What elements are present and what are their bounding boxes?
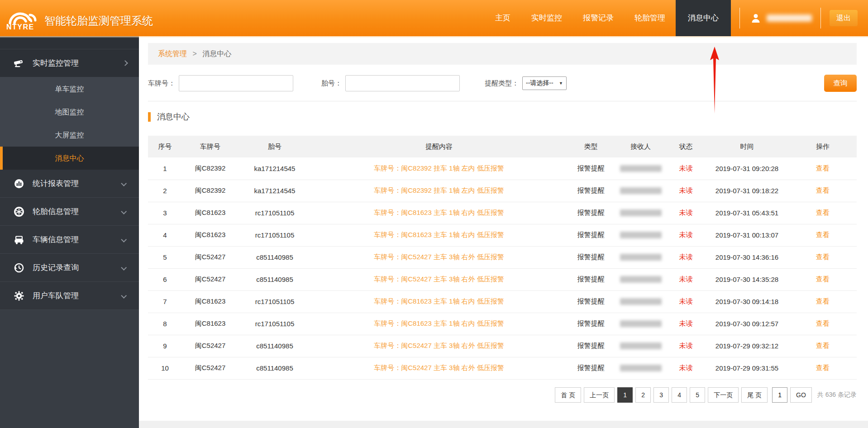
sidebar-group[interactable]: 用户车队管理 xyxy=(0,282,139,310)
bar-chart-icon xyxy=(14,178,24,189)
next-page-button[interactable]: 下一页 xyxy=(708,387,739,403)
cell-message-content: 车牌号：闽C52427 主车 3轴 右外 低压报警 xyxy=(311,268,567,290)
sidebar-group[interactable]: 实时监控管理 xyxy=(0,49,139,77)
cell-plate: 闽C81623 xyxy=(182,224,238,246)
cell-receiver xyxy=(615,246,667,268)
page-button[interactable]: 4 xyxy=(672,387,687,403)
user-icon xyxy=(750,13,761,24)
cell-status: 未读 xyxy=(667,357,705,379)
cell-plate: 闽C52427 xyxy=(182,335,238,357)
cell-time: 2019-07-29 09:31:55 xyxy=(705,357,789,379)
top-nav-item[interactable]: 报警记录 xyxy=(572,0,624,36)
view-link[interactable]: 查看 xyxy=(789,268,857,290)
cell-plate: 闽C81623 xyxy=(182,313,238,335)
page-button[interactable]: 5 xyxy=(690,387,705,403)
pagination: 首 页上一页12345下一页尾 页GO共 636 条记录 xyxy=(148,387,857,403)
cell-type: 报警提醒 xyxy=(567,290,615,313)
receiver-redacted xyxy=(620,187,662,194)
dropdown-arrow-icon: ▼ xyxy=(559,81,563,86)
app-header: NTYRE 智能轮胎监测管理系统 主页实时监控报警记录轮胎管理消息中心 退出 xyxy=(0,0,868,36)
view-link[interactable]: 查看 xyxy=(789,335,857,357)
sidebar-group[interactable]: 历史记录查询 xyxy=(0,254,139,282)
top-nav-item[interactable]: 轮胎管理 xyxy=(624,0,676,36)
cell-index: 10 xyxy=(148,357,182,379)
sidebar-item[interactable]: 单车监控 xyxy=(0,77,139,100)
chevron-right-icon xyxy=(122,60,128,66)
cell-status: 未读 xyxy=(667,335,705,357)
section-title-bar xyxy=(148,112,151,122)
cell-time: 2019-07-31 05:43:51 xyxy=(705,202,789,224)
cell-type: 报警提醒 xyxy=(567,357,615,379)
first-page-button[interactable]: 首 页 xyxy=(555,387,581,403)
view-link[interactable]: 查看 xyxy=(789,157,857,180)
cell-type: 报警提醒 xyxy=(567,246,615,268)
last-page-button[interactable]: 尾 页 xyxy=(741,387,768,403)
sidebar-group[interactable]: 轮胎信息管理 xyxy=(0,198,139,226)
goto-page-input[interactable] xyxy=(772,387,787,403)
page-button[interactable]: 3 xyxy=(653,387,669,403)
cell-tire: rc171051105 xyxy=(238,313,311,335)
page-button[interactable]: 2 xyxy=(635,387,651,403)
view-link[interactable]: 查看 xyxy=(789,180,857,202)
username-redacted xyxy=(767,14,812,22)
cell-status: 未读 xyxy=(667,290,705,313)
view-link[interactable]: 查看 xyxy=(789,313,857,335)
tire-input[interactable] xyxy=(345,75,460,91)
sidebar-top-strip xyxy=(0,36,139,49)
cell-message-content: 车牌号：闽C81623 主车 1轴 右内 低压报警 xyxy=(311,224,567,246)
cell-receiver xyxy=(615,290,667,313)
sidebar-item[interactable]: 消息中心 xyxy=(0,147,139,170)
cell-plate: 闽C82392 xyxy=(182,180,238,202)
cell-time: 2019-07-30 09:12:57 xyxy=(705,313,789,335)
view-link[interactable]: 查看 xyxy=(789,357,857,379)
page-button[interactable]: 1 xyxy=(617,387,633,403)
cell-time: 2019-07-30 09:14:18 xyxy=(705,290,789,313)
logout-button[interactable]: 退出 xyxy=(830,10,858,26)
prev-page-button[interactable]: 上一页 xyxy=(584,387,615,403)
search-button[interactable]: 查询 xyxy=(824,75,857,92)
cell-tire: c851140985 xyxy=(238,335,311,357)
cell-receiver xyxy=(615,202,667,224)
cell-time: 2019-07-30 14:35:28 xyxy=(705,268,789,290)
go-button[interactable]: GO xyxy=(790,387,812,403)
sidebar-group-label: 用户车队管理 xyxy=(33,290,123,301)
cell-type: 报警提醒 xyxy=(567,202,615,224)
messages-table: 序号车牌号胎号提醒内容类型接收人状态时间操作 1闽C82392ka1712145… xyxy=(148,136,857,380)
top-nav-item[interactable]: 主页 xyxy=(485,0,521,36)
cell-message-content: 车牌号：闽C81623 主车 1轴 右内 低压报警 xyxy=(311,313,567,335)
cell-tire: rc171051105 xyxy=(238,202,311,224)
column-header: 状态 xyxy=(667,136,705,157)
view-link[interactable]: 查看 xyxy=(789,290,857,313)
cell-index: 1 xyxy=(148,157,182,180)
view-link[interactable]: 查看 xyxy=(789,224,857,246)
cell-plate: 闽C52427 xyxy=(182,357,238,379)
cell-index: 5 xyxy=(148,246,182,268)
sidebar-group[interactable]: 车辆信息管理 xyxy=(0,226,139,254)
sidebar-group[interactable]: 统计报表管理 xyxy=(0,170,139,198)
sidebar-item[interactable]: 地图监控 xyxy=(0,100,139,124)
column-header: 时间 xyxy=(705,136,789,157)
header-separator xyxy=(820,8,821,29)
column-header: 序号 xyxy=(148,136,182,157)
cell-message-content: 车牌号：闽C82392 挂车 1轴 左内 低压报警 xyxy=(311,157,567,180)
column-header: 胎号 xyxy=(238,136,311,157)
table-row: 8闽C81623rc171051105车牌号：闽C81623 主车 1轴 右内 … xyxy=(148,313,857,335)
top-nav-item[interactable]: 消息中心 xyxy=(676,0,731,36)
view-link[interactable]: 查看 xyxy=(789,246,857,268)
cell-type: 报警提醒 xyxy=(567,268,615,290)
breadcrumb-parent[interactable]: 系统管理 xyxy=(158,50,187,57)
type-select[interactable]: --请选择-- ▼ xyxy=(522,76,567,90)
receiver-redacted xyxy=(620,298,662,305)
top-nav-item[interactable]: 实时监控 xyxy=(521,0,572,36)
section-title-text: 消息中心 xyxy=(157,111,190,122)
logo-text: NTYRE xyxy=(6,23,34,31)
cell-status: 未读 xyxy=(667,246,705,268)
sidebar-item[interactable]: 大屏监控 xyxy=(0,124,139,147)
plate-input[interactable] xyxy=(179,75,293,91)
view-link[interactable]: 查看 xyxy=(789,202,857,224)
cell-index: 3 xyxy=(148,202,182,224)
cctv-camera-icon xyxy=(14,58,24,69)
logo-arcs-icon: NTYRE xyxy=(6,5,41,31)
cell-index: 9 xyxy=(148,335,182,357)
cell-receiver xyxy=(615,224,667,246)
